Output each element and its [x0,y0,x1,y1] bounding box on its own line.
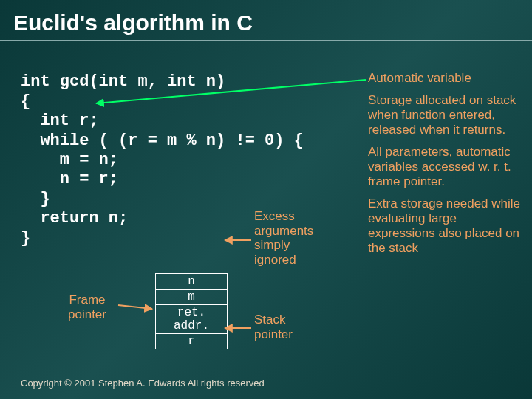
code-line: int r; [21,112,99,130]
text-line: simply [254,238,290,252]
annotation-parameters: All parameters, automatic variables acce… [368,145,523,189]
title-underline [0,40,532,41]
text-line: pointer [254,327,293,341]
stack-pointer-label: Stack pointer [254,313,293,341]
annotation-storage: Storage allocated on stack when function… [368,93,523,137]
code-line: m = n; [21,151,118,169]
code-line: { [21,92,30,111]
annotation-extra-storage: Extra storage needed while evaluating la… [368,197,523,256]
text-line: pointer [68,307,106,321]
excess-arguments-label: Excess arguments simply ignored [254,209,313,267]
copyright-text: Copyright © 2001 Stephen A. Edwards All … [21,378,265,389]
text-line: Stack [254,313,286,327]
code-line: n = r; [21,170,118,188]
text-line: ignored [254,253,296,267]
slide-title: Euclid's algorithm in C [0,0,532,40]
stack-cell-m: m [156,290,228,305]
code-line: int gcd(int m, int n) [21,72,225,91]
frame-pointer-label: Frame pointer [68,293,106,321]
text-line: Frame [69,293,105,307]
arrow-frame-pointer [118,305,152,309]
stack-cell-n: n [156,274,228,290]
text-line: Excess [254,209,295,223]
code-line: return n; [21,209,128,228]
code-line: while ( (r = m % n) != 0) { [21,132,304,150]
stack-cell-r: r [156,334,228,349]
stack-cell-ret-addr: ret. addr. [156,305,228,334]
code-line: } [21,190,50,208]
annotations-column: Automatic variable Storage allocated on … [368,71,523,264]
annotation-auto-variable: Automatic variable [368,71,523,86]
stack-frame-table: n m ret. addr. r [155,273,228,349]
code-line: } [21,229,30,248]
text-line: arguments [254,224,313,238]
